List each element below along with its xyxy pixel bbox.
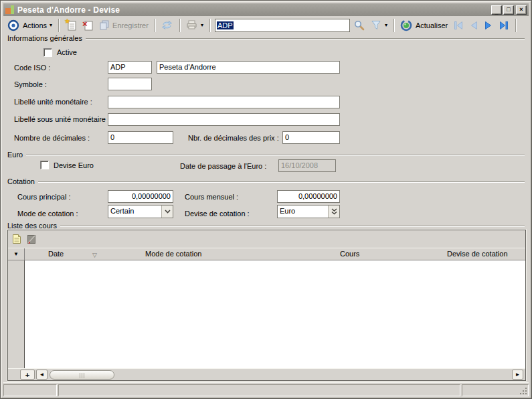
nb-decimales-label: Nombre de décimales : bbox=[14, 134, 90, 142]
chevron-down-icon bbox=[165, 210, 171, 214]
delete-record-button[interactable]: × bbox=[79, 18, 96, 33]
cours-mensuel-field[interactable]: 0,00000000 bbox=[277, 190, 340, 203]
group-euro: Euro bbox=[7, 151, 525, 159]
delete-course-button[interactable] bbox=[26, 234, 37, 245]
refresh-button[interactable] bbox=[159, 18, 176, 33]
group-title: Informations générales bbox=[7, 34, 82, 42]
column-header-devise-cotation[interactable]: Devise de cotation bbox=[447, 250, 508, 258]
symbole-label: Symbole : bbox=[14, 80, 47, 88]
row-selector-column bbox=[8, 260, 25, 368]
nb-decimales-prix-field[interactable]: 0 bbox=[282, 131, 340, 144]
new-record-button[interactable]: ★ bbox=[62, 18, 79, 33]
maximize-button[interactable]: □ bbox=[503, 5, 514, 15]
search-button[interactable] bbox=[351, 18, 368, 33]
app-icon bbox=[5, 5, 14, 14]
star-badge-icon: ★ bbox=[64, 17, 70, 25]
window-controls: _ □ × bbox=[491, 5, 527, 15]
devise-euro-label: Devise Euro bbox=[54, 161, 94, 169]
scroll-right-button[interactable]: ► bbox=[512, 370, 523, 380]
close-button[interactable]: × bbox=[516, 5, 527, 15]
close-icon: × bbox=[519, 6, 523, 13]
grid-toolbar bbox=[8, 230, 525, 248]
devise-cotation-value: Euro bbox=[278, 206, 328, 218]
active-checkbox[interactable] bbox=[43, 48, 52, 57]
group-line bbox=[60, 226, 525, 227]
devise-cotation-label: Devise de cotation : bbox=[185, 210, 250, 218]
search-input[interactable]: ADP bbox=[215, 19, 350, 32]
row-selector-header[interactable]: ▼ bbox=[8, 248, 25, 260]
libelle-sous-unite-label: Libellé sous unité monétaire : bbox=[14, 115, 110, 123]
status-bar bbox=[3, 382, 529, 396]
new-record-icon: ★ bbox=[65, 19, 76, 31]
refresh-data-button[interactable]: Actualiser bbox=[397, 18, 450, 33]
cours-principal-field[interactable]: 0,00000000 bbox=[108, 190, 173, 203]
delete-record-icon: × bbox=[82, 19, 93, 31]
toolbar-separator bbox=[179, 19, 180, 32]
red-cross-icon: × bbox=[82, 19, 88, 29]
devise-euro-checkbox[interactable] bbox=[40, 161, 49, 169]
resize-grip[interactable] bbox=[520, 388, 527, 394]
devise-cotation-lookup-button[interactable] bbox=[328, 206, 339, 218]
mode-cotation-select[interactable]: Certain bbox=[108, 205, 173, 218]
devise-name-field[interactable]: Peseta d'Andorre bbox=[157, 61, 340, 74]
save-label: Enregistrer bbox=[112, 21, 149, 29]
group-title: Liste des cours bbox=[7, 222, 57, 230]
toolbar-separator bbox=[515, 19, 516, 32]
column-header-cours[interactable]: Cours bbox=[340, 250, 359, 258]
nav-last-icon bbox=[499, 21, 509, 30]
sort-indicator-icon[interactable]: ▽ bbox=[92, 252, 97, 258]
minimize-icon: _ bbox=[492, 9, 501, 16]
horizontal-scrollbar: + ◄ ► bbox=[8, 368, 525, 380]
status-panel-main bbox=[58, 384, 460, 396]
status-panel-left bbox=[3, 384, 57, 396]
status-panel-right bbox=[462, 384, 529, 396]
add-course-button[interactable] bbox=[11, 234, 22, 245]
nav-last-button[interactable] bbox=[496, 18, 512, 33]
libelle-sous-unite-field[interactable] bbox=[108, 113, 340, 126]
libelle-unite-label: Libellé unité monétaire : bbox=[14, 98, 92, 106]
print-button[interactable]: ▾ bbox=[183, 18, 206, 33]
group-liste-des-cours: Liste des cours bbox=[7, 222, 525, 230]
nav-first-button[interactable] bbox=[450, 18, 466, 33]
symbole-field[interactable] bbox=[108, 78, 152, 90]
add-row-button[interactable]: + bbox=[20, 370, 35, 380]
toolbar-separator bbox=[209, 19, 210, 32]
scrollbar-thumb[interactable] bbox=[50, 370, 114, 380]
grid-body[interactable] bbox=[8, 260, 525, 368]
cours-mensuel-label: Cours mensuel : bbox=[185, 193, 238, 201]
mode-cotation-dropdown-button[interactable] bbox=[161, 206, 173, 218]
actions-menu-button[interactable]: Actions ▾ bbox=[20, 18, 55, 33]
nav-previous-button[interactable] bbox=[466, 18, 481, 33]
printer-icon bbox=[186, 20, 198, 31]
devise-window: Peseta d'Andorre - Devise _ □ × Actions … bbox=[0, 0, 532, 399]
title-bar: Peseta d'Andorre - Devise _ □ × bbox=[3, 3, 529, 16]
actions-caret-icon: ▾ bbox=[50, 23, 52, 28]
nav-next-button[interactable] bbox=[481, 18, 496, 33]
magnifier-icon bbox=[354, 19, 365, 31]
nb-decimales-prix-label: Nbr. de décimales des prix : bbox=[188, 134, 279, 142]
print-caret-icon: ▾ bbox=[201, 23, 203, 28]
group-cotation: Cotation bbox=[7, 177, 525, 185]
devise-cotation-select[interactable]: Euro bbox=[277, 205, 340, 218]
group-line bbox=[86, 38, 525, 39]
bullseye-icon bbox=[7, 19, 20, 32]
save-button[interactable]: Enregistrer bbox=[96, 18, 151, 33]
refresh-data-label: Actualiser bbox=[416, 21, 448, 29]
refresh-icon bbox=[161, 19, 173, 31]
filter-button[interactable]: ▾ bbox=[368, 18, 390, 33]
libelle-unite-field[interactable] bbox=[108, 96, 340, 108]
toolbar-separator bbox=[393, 19, 394, 32]
group-title: Cotation bbox=[7, 177, 35, 185]
app-icon-green bbox=[11, 5, 14, 14]
scroll-left-button[interactable]: ◄ bbox=[36, 370, 48, 380]
funnel-icon bbox=[371, 20, 382, 31]
column-header-mode-cotation[interactable]: Mode de cotation bbox=[145, 250, 201, 258]
toolbar-separator bbox=[58, 19, 59, 32]
group-line bbox=[26, 155, 525, 156]
nb-decimales-field[interactable]: 0 bbox=[108, 131, 173, 144]
column-header-date[interactable]: Date bbox=[48, 250, 64, 258]
actions-label: Actions bbox=[23, 21, 47, 29]
minimize-button[interactable]: _ bbox=[491, 5, 502, 15]
app-icon-orange bbox=[5, 8, 11, 14]
code-iso-field[interactable]: ADP bbox=[108, 61, 152, 74]
